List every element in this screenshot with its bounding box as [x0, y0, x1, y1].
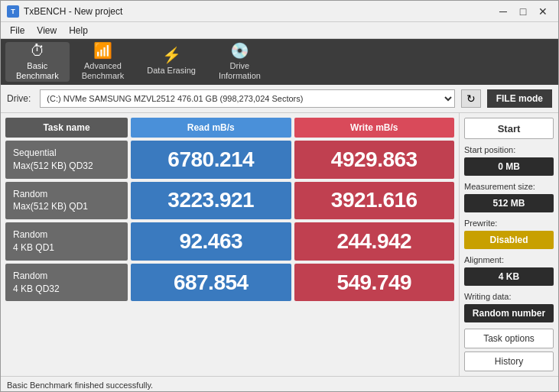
maximize-button[interactable]: □ [514, 4, 532, 19]
start-position-value: 0 MB [464, 157, 554, 176]
measurement-size-value: 512 MB [464, 194, 554, 212]
status-bar: Basic Benchmark finished successfully. [1, 376, 558, 392]
col-write: Write mB/s [294, 118, 455, 138]
alignment-value: 4 KB [464, 267, 554, 286]
bench-row-sequential: Sequential Max(512 KB) QD32 6780.214 492… [5, 141, 454, 179]
data-erasing-label: Data Erasing [147, 66, 196, 76]
measurement-size-label: Measurement size: [464, 182, 554, 191]
minimize-button[interactable]: ─ [494, 4, 512, 19]
file-mode-button[interactable]: FILE mode [487, 89, 552, 108]
right-panel: Start Start position: 0 MB Measurement s… [459, 113, 558, 376]
menu-file[interactable]: File [4, 24, 31, 37]
history-button[interactable]: History [464, 352, 554, 371]
main-content: Drive: (C:) NVMe SAMSUNG MZVL2512 476.01… [1, 85, 558, 392]
title-bar-left: T TxBENCH - New project [7, 5, 122, 18]
bench-header: Task name Read mB/s Write mB/s [5, 118, 454, 138]
drive-refresh-button[interactable]: ↻ [461, 89, 481, 108]
bench-row-random-512-qd1: Random Max(512 KB) QD1 3223.921 3921.616 [5, 182, 454, 220]
task-options-button[interactable]: Task options [464, 329, 554, 348]
app-icon: T [7, 5, 19, 18]
clock-icon: ⏱ [30, 43, 45, 58]
row-name-random-512: Random Max(512 KB) QD1 [5, 182, 128, 220]
row-read-random-4k-qd32: 687.854 [131, 264, 291, 302]
start-button[interactable]: Start [464, 118, 554, 139]
toolbar-basic-benchmark[interactable]: ⏱ Basic Benchmark [5, 42, 70, 82]
title-bar: T TxBENCH - New project ─ □ ✕ [1, 1, 558, 22]
alignment-label: Alignment: [464, 255, 554, 264]
benchmark-area: Task name Read mB/s Write mB/s Sequentia… [1, 113, 459, 376]
row-read-random-4k-qd1: 92.463 [131, 222, 291, 261]
col-task-name: Task name [5, 118, 128, 138]
advanced-benchmark-label: Advanced Benchmark [82, 61, 125, 81]
window-title: TxBENCH - New project [24, 6, 122, 17]
menu-bar: File View Help [1, 22, 558, 39]
toolbar-drive-information[interactable]: 💿 Drive Information [208, 42, 271, 82]
writing-data-value: Random number [464, 304, 554, 322]
toolbar-advanced-benchmark[interactable]: 📶 Advanced Benchmark [71, 42, 135, 82]
row-read-random-512: 3223.921 [131, 182, 291, 220]
prewrite-value: Disabled [464, 231, 554, 249]
content-split: Task name Read mB/s Write mB/s Sequentia… [1, 113, 558, 376]
row-write-sequential: 4929.863 [294, 141, 455, 179]
row-write-random-4k-qd32: 549.749 [294, 264, 455, 302]
writing-data-label: Writing data: [464, 292, 554, 301]
status-text: Basic Benchmark finished successfully. [7, 381, 153, 390]
row-name-sequential: Sequential Max(512 KB) QD32 [5, 141, 128, 179]
toolbar-data-erasing[interactable]: ⚡ Data Erasing [136, 42, 206, 82]
row-write-random-512: 3921.616 [294, 182, 455, 220]
toolbar: ⏱ Basic Benchmark 📶 Advanced Benchmark ⚡… [1, 39, 558, 85]
drive-information-label: Drive Information [219, 61, 261, 81]
close-button[interactable]: ✕ [534, 4, 552, 19]
menu-view[interactable]: View [31, 24, 63, 37]
prewrite-label: Prewrite: [464, 219, 554, 228]
bench-row-random-4k-qd1: Random 4 KB QD1 92.463 244.942 [5, 222, 454, 261]
basic-benchmark-label: Basic Benchmark [16, 61, 59, 81]
menu-help[interactable]: Help [63, 24, 94, 37]
col-read: Read mB/s [131, 118, 291, 138]
chart-icon: 📶 [93, 43, 112, 58]
drive-label: Drive: [7, 93, 31, 104]
window-controls: ─ □ ✕ [494, 4, 552, 19]
drive-bar: Drive: (C:) NVMe SAMSUNG MZVL2512 476.01… [1, 85, 558, 113]
bench-row-random-4k-qd32: Random 4 KB QD32 687.854 549.749 [5, 264, 454, 302]
row-name-random-4k-qd1: Random 4 KB QD1 [5, 222, 128, 261]
start-position-label: Start position: [464, 145, 554, 154]
drive-icon: 💿 [230, 43, 249, 58]
row-write-random-4k-qd1: 244.942 [294, 222, 455, 261]
row-read-sequential: 6780.214 [131, 141, 291, 179]
row-name-random-4k-qd32: Random 4 KB QD32 [5, 264, 128, 302]
drive-select[interactable]: (C:) NVMe SAMSUNG MZVL2512 476.01 GB (99… [40, 89, 454, 108]
erasing-icon: ⚡ [162, 47, 181, 63]
